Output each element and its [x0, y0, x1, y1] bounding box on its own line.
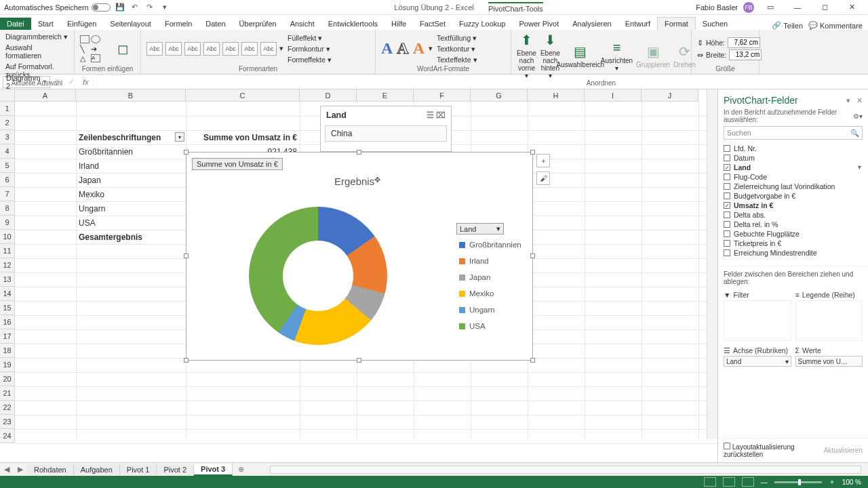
shape-rect-icon[interactable] — [80, 35, 90, 43]
cell[interactable]: Irland — [76, 159, 186, 173]
cell[interactable]: Japan — [76, 173, 186, 187]
row-1[interactable]: 1 — [0, 102, 15, 116]
sheet-aufgaben[interactable]: Aufgaben — [74, 464, 120, 475]
tab-search[interactable]: Suchen — [696, 18, 734, 30]
col-H[interactable]: H — [528, 89, 585, 102]
tab-insert[interactable]: Einfügen — [60, 18, 103, 30]
field-lfd-nr-[interactable]: Lfd. Nr. — [724, 144, 863, 153]
clear-filter-icon[interactable]: ⌧ — [436, 110, 446, 120]
row-2[interactable]: 2 — [0, 116, 15, 130]
row-16[interactable]: 16 — [0, 315, 15, 329]
row-8[interactable]: 8 — [0, 201, 15, 216]
row-14[interactable]: 14 — [0, 287, 15, 301]
redo-icon[interactable]: ↷ — [144, 2, 155, 13]
chart-elements-button[interactable]: ＋ — [536, 154, 550, 167]
zoom-level[interactable]: 100 % — [842, 479, 861, 486]
user-avatar[interactable]: FB — [743, 2, 754, 13]
field-budgetvorgabe-in-[interactable]: Budgetvorgabe in € — [724, 191, 863, 201]
field-flug-code[interactable]: Flug-Code — [724, 172, 863, 182]
align[interactable]: ≡Ausrichten ▾ — [601, 40, 633, 72]
enter-icon[interactable]: ✓ — [64, 77, 79, 86]
shape-style-3[interactable]: Abc — [184, 42, 201, 56]
col-A[interactable]: A — [15, 89, 76, 102]
col-F[interactable]: F — [414, 89, 471, 102]
tab-factset[interactable]: FactSet — [413, 18, 452, 30]
row-7[interactable]: 7 — [0, 187, 15, 201]
wordart-more-icon[interactable]: ▾ — [429, 44, 433, 53]
change-shape-button[interactable]: ◻ — [111, 41, 135, 57]
row-19[interactable]: 19 — [0, 358, 15, 372]
format-selection[interactable]: Auswahl formatieren — [5, 43, 68, 60]
field-datum[interactable]: Datum — [724, 153, 863, 163]
close-icon[interactable]: ✕ — [841, 1, 863, 14]
row-22[interactable]: 22 — [0, 401, 15, 415]
tab-file[interactable]: Datei — [0, 18, 31, 30]
tab-start[interactable]: Start — [31, 18, 60, 30]
field-delta-rel-in-[interactable]: Delta rel. in % — [724, 220, 863, 229]
select-all-corner[interactable] — [0, 89, 15, 102]
chart-area-selector[interactable]: Diagrammbereich ▾ — [5, 32, 68, 41]
zoom-slider[interactable] — [774, 481, 822, 483]
minimize-icon[interactable]: — — [787, 1, 808, 14]
wordart-style-3[interactable]: A — [413, 39, 425, 58]
row-21[interactable]: 21 — [0, 386, 15, 401]
shape-fill[interactable]: Fülleffekt ▾ — [288, 33, 332, 43]
row-17[interactable]: 17 — [0, 329, 15, 344]
new-sheet-icon[interactable]: ⊕ — [233, 465, 250, 474]
col-I[interactable]: I — [585, 89, 642, 102]
sheet-pivot1[interactable]: Pivot 1 — [120, 464, 157, 475]
sheet-nav-next-icon[interactable]: ▶ — [14, 465, 27, 474]
formula-input[interactable] — [93, 76, 868, 88]
tab-formulas[interactable]: Formeln — [158, 18, 199, 30]
share-button[interactable]: 🔗 Teilen — [772, 21, 803, 30]
shape-oval-icon[interactable] — [91, 35, 100, 43]
tab-view[interactable]: Ansicht — [283, 18, 321, 30]
row-18[interactable]: 18 — [0, 344, 15, 358]
chart-styles-button[interactable]: 🖌 — [536, 171, 550, 185]
donut-chart[interactable] — [249, 207, 387, 345]
cell[interactable]: Mexiko — [76, 187, 186, 201]
name-box[interactable]: Diagramm 2 ▾ — [3, 76, 50, 88]
save-icon[interactable]: 💾 — [115, 2, 125, 13]
page-break-view-icon[interactable] — [742, 477, 754, 487]
cell[interactable]: Zeilenbeschriftungen — [76, 130, 186, 144]
multiselect-icon[interactable]: ☰ — [427, 110, 434, 120]
col-G[interactable]: G — [471, 89, 528, 102]
field-land[interactable]: ✓Land▼ — [724, 163, 863, 172]
ribbon-options-icon[interactable]: ▭ — [760, 1, 781, 14]
qat-customize-icon[interactable]: ▾ — [159, 2, 170, 13]
row-15[interactable]: 15 — [0, 301, 15, 315]
tab-data[interactable]: Daten — [199, 18, 232, 30]
tab-design[interactable]: Entwurf — [618, 18, 657, 30]
field-gebuchte-flugpl-tze[interactable]: Gebuchte Flugplätze — [724, 229, 863, 239]
cell[interactable]: Summe von Umsatz in € — [186, 130, 300, 144]
field-erreichung-mindestrendite[interactable]: Erreichung Mindestrendite — [724, 248, 863, 258]
col-J[interactable]: J — [642, 89, 698, 102]
slicer-item-china[interactable]: China — [325, 125, 447, 142]
area-legend-drop[interactable] — [795, 300, 863, 341]
cancel-icon[interactable]: ✕ — [50, 77, 64, 86]
row-24[interactable]: 24 — [0, 429, 15, 443]
field-zielerreichung-laut-vorindikation[interactable]: Zielerreichung laut Vorindikation — [724, 182, 863, 191]
shape-textbox-icon[interactable]: A — [91, 54, 100, 62]
row-23[interactable]: 23 — [0, 415, 15, 429]
tab-powerpivot[interactable]: Power Pivot — [513, 18, 566, 30]
axis-field-land[interactable]: Land▾ — [724, 356, 791, 367]
cell[interactable]: Ungarn — [76, 201, 186, 216]
chart-title[interactable]: Ergebnis✥ — [334, 176, 380, 187]
shape-arrow-icon[interactable]: ➔ — [91, 45, 100, 53]
shape-style-2[interactable]: Abc — [165, 42, 182, 56]
shape-style-4[interactable]: Abc — [203, 42, 220, 56]
vertical-scrollbar[interactable] — [707, 89, 717, 439]
text-effects[interactable]: Texteffekte ▾ — [437, 55, 477, 64]
row-3[interactable]: 3 — [0, 130, 15, 144]
fx-icon[interactable]: fx — [79, 78, 93, 86]
shape-triangle-icon[interactable]: △ — [80, 54, 90, 62]
wordart-style-1[interactable]: A — [381, 39, 393, 58]
row-6[interactable]: 6 — [0, 173, 15, 187]
shape-style-more-icon[interactable]: ▾ — [279, 44, 283, 53]
bring-forward[interactable]: ⬆Ebene nach vorne ▾ — [517, 32, 536, 79]
cell[interactable]: USA — [76, 216, 186, 230]
row-4[interactable]: 4 — [0, 144, 15, 159]
field-umsatz-in-[interactable]: ✓Umsatz in € — [724, 201, 863, 210]
